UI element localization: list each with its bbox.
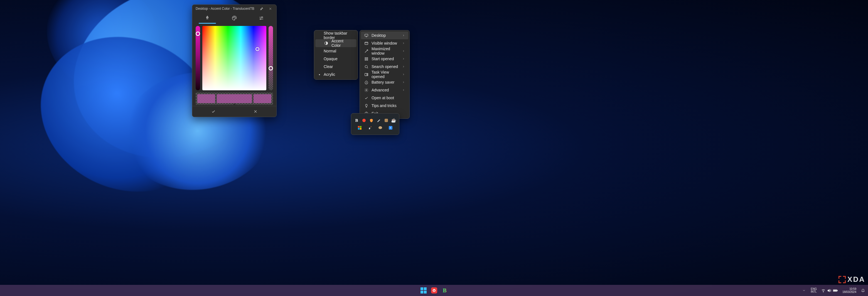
menu-item-start-opened[interactable]: Start opened <box>361 55 408 63</box>
svg-rect-6 <box>365 34 368 36</box>
menu-item-opaque[interactable]: Opaque <box>315 55 356 63</box>
sliders-icon <box>258 15 264 21</box>
picker-tabs <box>192 12 276 24</box>
menu-item-desktop[interactable]: Desktop <box>361 31 408 39</box>
menu-item-acrylic[interactable]: ● Acrylic <box>315 71 356 78</box>
tray-translucenttb-icon[interactable]: B <box>353 117 361 124</box>
taskbar-app-vivaldi[interactable] <box>430 287 438 294</box>
svg-point-3 <box>261 17 262 18</box>
bell-icon <box>861 289 865 292</box>
x-icon <box>253 110 257 113</box>
volume-icon <box>827 289 831 293</box>
menu-item-task-view-opened[interactable]: Task View opened <box>361 71 408 78</box>
menu-item-search-opened[interactable]: Search opened <box>361 63 408 71</box>
menu-item-advanced[interactable]: Advanced <box>361 86 408 94</box>
window-icon <box>364 41 369 46</box>
cancel-button[interactable] <box>234 106 276 117</box>
chevron-right-icon <box>402 57 405 60</box>
tray-app-icon[interactable] <box>361 117 368 124</box>
menu-item-tips-and-tricks[interactable]: Tips and tricks <box>361 102 408 110</box>
context-menu-main: DesktopVisible windowMaximized windowSta… <box>360 30 410 119</box>
menu-item-clear[interactable]: Clear <box>315 63 356 71</box>
tray-pen-icon[interactable] <box>375 117 382 124</box>
system-icons[interactable] <box>820 289 839 293</box>
windows-icon <box>421 287 427 294</box>
chevron-right-icon <box>402 50 405 52</box>
tray-security-icon[interactable] <box>368 117 375 124</box>
watermark-logo-icon <box>838 276 846 283</box>
menu-item-show-taskbar-border[interactable]: Show taskbar border <box>315 31 356 39</box>
tray-bluetooth-icon[interactable] <box>387 124 394 131</box>
chevron-right-icon <box>402 81 405 84</box>
tray-app-icon[interactable] <box>383 117 390 124</box>
alpha-thumb[interactable] <box>269 66 273 71</box>
sv-thumb[interactable] <box>255 47 259 51</box>
notifications-button[interactable] <box>860 287 866 294</box>
pin-button[interactable] <box>257 5 266 12</box>
tab-picker[interactable] <box>194 12 221 24</box>
chevron-right-icon <box>402 65 405 68</box>
gear-icon <box>364 88 369 92</box>
tab-settings[interactable] <box>248 12 275 24</box>
svg-rect-8 <box>365 57 366 58</box>
color-picker-title: Desktop - Accent Color - TranslucentTB <box>196 7 257 10</box>
svg-rect-22 <box>837 290 837 291</box>
svg-point-1 <box>234 17 235 17</box>
tray-app-icon[interactable] <box>366 124 373 131</box>
hue-thumb[interactable] <box>196 31 200 36</box>
svg-rect-13 <box>365 73 367 76</box>
chevron-right-icon <box>402 42 405 45</box>
start-button[interactable] <box>420 287 428 294</box>
menu-item-normal[interactable]: Normal <box>315 47 356 55</box>
svg-rect-9 <box>367 57 368 58</box>
tray-app-icon[interactable]: ☕ <box>390 117 397 124</box>
menu-item-accent-color[interactable]: Accent Color <box>315 39 356 47</box>
tray-microsoft-icon[interactable] <box>356 124 363 131</box>
chevron-down-icon <box>802 289 806 292</box>
grid-icon <box>364 57 369 61</box>
menu-item-open-at-boot[interactable]: Open at boot <box>361 94 408 102</box>
tray-overflow-button[interactable] <box>801 287 807 294</box>
leaf-icon <box>364 80 369 84</box>
taskbar-app-translucenttb[interactable]: B <box>441 287 448 294</box>
check-icon <box>364 96 369 100</box>
svg-rect-11 <box>367 59 368 60</box>
svg-rect-7 <box>365 42 368 45</box>
menu-item-maximized-window[interactable]: Maximized window <box>361 47 408 55</box>
svg-point-2 <box>235 18 236 18</box>
language-indicator[interactable]: ENG INTL <box>810 288 818 294</box>
search-icon <box>364 65 369 69</box>
saturation-value-panel[interactable] <box>202 26 266 90</box>
tray-app-icon[interactable] <box>377 124 384 131</box>
svg-rect-23 <box>834 290 837 291</box>
accent-icon <box>324 41 329 46</box>
watermark: XDA <box>838 275 865 284</box>
svg-rect-14 <box>367 73 368 76</box>
hue-slider[interactable] <box>196 26 200 90</box>
palette-icon <box>231 15 237 21</box>
menu-item-visible-window[interactable]: Visible window <box>361 39 408 47</box>
wifi-icon <box>821 289 826 293</box>
chevron-right-icon <box>402 89 405 91</box>
svg-point-20 <box>823 292 824 292</box>
chevron-right-icon <box>402 73 405 76</box>
clock[interactable]: 10:59 18/03/2024 <box>841 287 858 294</box>
taskview-icon <box>364 73 369 77</box>
context-menu-accent: Show taskbar border Accent Color Normal … <box>314 30 358 80</box>
bullet-icon: ● <box>318 73 321 76</box>
svg-point-4 <box>260 19 261 20</box>
vivaldi-icon <box>431 287 437 294</box>
eyedropper-icon <box>205 15 210 21</box>
alpha-slider[interactable] <box>269 26 273 90</box>
close-button[interactable] <box>266 5 275 12</box>
menu-item-battery-saver[interactable]: Battery saver <box>361 78 408 86</box>
color-preview <box>196 92 273 105</box>
svg-point-12 <box>365 65 367 68</box>
svg-point-17 <box>371 126 372 127</box>
check-icon <box>211 109 216 114</box>
svg-point-15 <box>366 89 367 90</box>
svg-rect-10 <box>365 59 366 60</box>
expand-icon <box>364 49 369 53</box>
confirm-button[interactable] <box>192 106 234 117</box>
tab-palette[interactable] <box>221 12 248 24</box>
